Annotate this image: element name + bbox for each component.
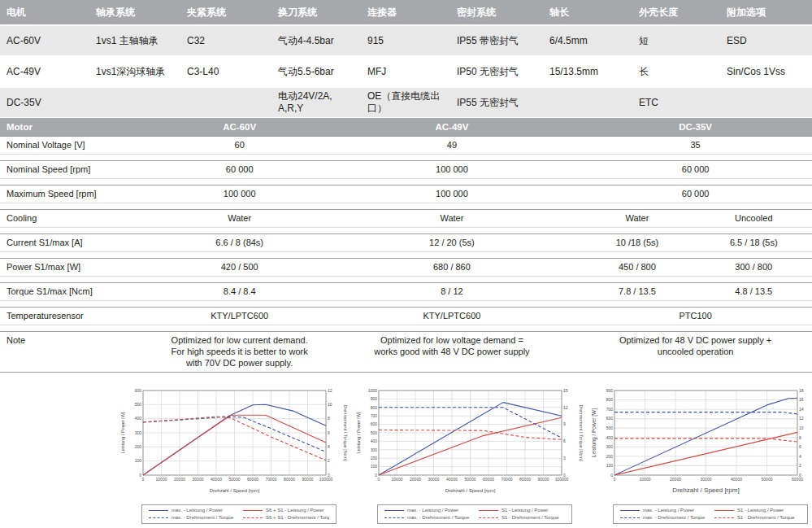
svg-text:0: 0 [563, 473, 566, 478]
svg-text:0: 0 [378, 477, 380, 482]
svg-text:80000: 80000 [519, 477, 531, 482]
spec-table: Motor AC-60V AC-49V DC-35V Nominal Volta… [0, 118, 812, 373]
blue-solid-line-sample [384, 510, 404, 511]
options-cell: 15/13.5mm [543, 64, 632, 80]
options-header-cell: 附加选项 [720, 5, 812, 20]
svg-text:60000: 60000 [247, 477, 258, 482]
svg-text:500: 500 [371, 430, 378, 435]
spec-table-row: Maximum Speed [rpm]100 000100 00060 000 [0, 185, 812, 203]
spec-value-ac60: 6.6 / 8 (84s) [154, 237, 325, 248]
svg-text:6: 6 [563, 439, 566, 443]
legend-label: S6 + S1 - Drehmoment / Torque [266, 515, 329, 521]
page: { "colors":{ "header_bg":"#a6a8ab", "str… [0, 0, 812, 528]
svg-text:2: 2 [799, 463, 801, 468]
spec-value-ac49: 12 / 20 (5s) [325, 237, 580, 248]
options-cell: OE（直接电缆出口） [361, 89, 450, 116]
svg-text:50000: 50000 [465, 477, 476, 482]
spec-value-dc35-uncooled: 300 / 800 [696, 261, 812, 273]
svg-text:200: 200 [606, 454, 614, 459]
svg-text:90000: 90000 [538, 477, 549, 482]
svg-text:18: 18 [799, 388, 804, 393]
spec-value-ac60: Water [154, 212, 325, 224]
chart-legend-ac-60v: max. - Leistung / PowerS6 + S1 - Leistun… [141, 504, 337, 524]
spec-row-label: Nominal Voltage [V] [0, 139, 154, 151]
legend-label: S6 + S1 - Leistung / Power [266, 508, 324, 513]
svg-text:10000: 10000 [156, 477, 167, 482]
options-header-cell: 电机 [0, 5, 89, 20]
options-cell [543, 101, 632, 104]
spec-header-col-ac60: AC-60V [154, 122, 325, 132]
chart-plot: 0100002000030000400005000060000700008000… [354, 386, 584, 500]
spec-value-dc35-uncooled: 4.8 / 13.5 [696, 286, 812, 297]
spec-header-motor-label: Motor [0, 122, 154, 132]
svg-text:8: 8 [799, 435, 801, 440]
svg-text:30000: 30000 [701, 477, 712, 482]
svg-text:8: 8 [328, 416, 330, 421]
spec-header-col-dc35: DC-35V [579, 122, 812, 132]
spec-row-label: Torque S1/max [Ncm] [0, 286, 154, 297]
legend-item: max. - Leistung / Power [620, 508, 706, 513]
legend-item: max. - Leistung / Power [384, 508, 471, 513]
blue-solid-line-sample [620, 510, 640, 511]
legend-label: S1 - Leistung / Power [502, 508, 548, 513]
svg-text:200: 200 [371, 456, 378, 460]
options-cell [720, 101, 812, 104]
spec-row-label: Nominal Speed [rpm] [0, 164, 154, 175]
svg-text:60000: 60000 [792, 477, 803, 482]
legend-item: S6 + S1 - Drehmoment / Torque [243, 515, 329, 521]
legend-item: max. - Drehmoment / Torque [620, 515, 706, 521]
legend-label: max. - Drehmoment / Torque [407, 515, 469, 521]
chart-plot: 0100002000030000400005000060000010020030… [590, 386, 812, 500]
svg-text:0: 0 [139, 473, 141, 478]
spec-value-ac60: 100 000 [154, 188, 325, 199]
svg-text:70000: 70000 [502, 477, 513, 482]
options-cell: AC-60V [0, 33, 89, 49]
spec-table-row: NoteOptimized for low current demand. Fo… [0, 331, 812, 373]
svg-text:40000: 40000 [211, 477, 222, 482]
svg-text:30000: 30000 [193, 477, 204, 482]
legend-label: max. - Drehmoment / Torque [172, 515, 233, 521]
legend-label: S1 - Leistung / Power [737, 508, 784, 513]
svg-text:600: 600 [135, 388, 142, 393]
options-cell: 气动5.5-6bar [271, 64, 361, 80]
options-cell: C32 [180, 33, 271, 49]
spec-value-ac49: Optimized for low voltage demand = works… [325, 334, 580, 369]
options-cell: MFJ [361, 64, 450, 80]
svg-text:14: 14 [799, 407, 804, 412]
options-cell: 1vs1深沟球轴承 [89, 64, 180, 80]
svg-text:Leistung / Power [W]: Leistung / Power [W] [356, 412, 361, 453]
spec-value-ac49: 49 [325, 139, 580, 151]
spec-value-dc35: 35 [579, 139, 812, 151]
svg-text:Drehzahl / Speed [rpm]: Drehzahl / Speed [rpm] [210, 488, 260, 493]
spec-table-row: Current S1/max [A]6.6 / 8 (84s)12 / 20 (… [0, 233, 812, 252]
red-dashed-line-sample [479, 517, 498, 518]
options-cell: 915 [361, 33, 450, 49]
legend-item: S1 - Drehmoment / Torque [479, 515, 565, 521]
spec-row-label: Power S1/max [W] [0, 261, 154, 273]
svg-text:10: 10 [799, 425, 804, 430]
options-table-row: AC-49V1vs1深沟球轴承C3-L40气动5.5-6barMFJIP50 无… [0, 55, 812, 86]
chart-plot: 0100002000030000400005000060000700008000… [119, 386, 348, 500]
svg-text:600: 600 [606, 416, 614, 421]
svg-text:Leistung / Power [W]: Leistung / Power [W] [591, 408, 597, 457]
svg-text:30000: 30000 [428, 477, 440, 482]
spec-table-header: Motor AC-60V AC-49V DC-35V [0, 118, 812, 136]
svg-text:4: 4 [328, 444, 330, 449]
svg-text:16: 16 [799, 397, 804, 402]
svg-text:70000: 70000 [266, 477, 277, 482]
svg-text:60000: 60000 [483, 477, 494, 482]
svg-text:10000: 10000 [640, 477, 651, 482]
spec-value-ac49: KTY/LPTC600 [325, 310, 580, 321]
spec-value-dc35-split: WaterUncooled [579, 212, 812, 224]
svg-text:20000: 20000 [410, 477, 421, 482]
options-header-cell: 外壳长度 [632, 5, 720, 20]
options-cell: Sin/Cos 1Vss [720, 64, 812, 80]
legend-label: S1 - Drehmoment / Torque [502, 515, 559, 521]
spec-value-ac49: 8 / 12 [325, 286, 580, 297]
spec-value-ac49: Water [325, 212, 580, 224]
red-solid-line-sample [243, 510, 263, 511]
options-cell: 电动24V/2A, A,R,Y [271, 89, 361, 116]
spec-value-dc35: PTC100 [579, 310, 812, 321]
svg-text:20000: 20000 [174, 477, 185, 482]
svg-text:0: 0 [614, 477, 616, 482]
